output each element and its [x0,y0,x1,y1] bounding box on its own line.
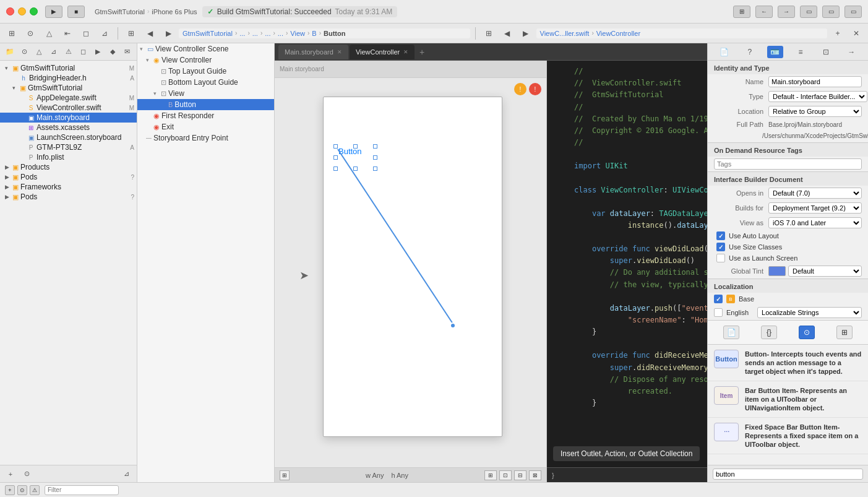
canvas-view-btn[interactable]: ⊞ [123,27,139,40]
bc-item-7[interactable]: B [312,30,316,37]
tree-item-gtmplist[interactable]: P GTM-PT3L9Z A [0,142,137,152]
storyboard-canvas[interactable]: ! ! [275,78,546,467]
layout-3-button[interactable]: ▭ [844,6,862,18]
run-button[interactable]: ▶ [45,6,62,18]
launch-screen-check-icon[interactable] [716,254,725,262]
next-btn-2[interactable]: ▶ [518,27,534,40]
tree-item-frameworks[interactable]: ▶ ▣ Frameworks [0,182,137,192]
layout-2-button[interactable]: ▭ [822,6,840,18]
nav-report-icon[interactable]: ✉ [121,46,133,58]
launch-screen-label[interactable]: Use as Launch Screen [729,254,797,262]
code-editor[interactable]: // // ViewController.swift // GtmSwiftTu… [547,61,707,467]
tree-item-viewcontroller[interactable]: S ViewController.swift M [0,103,137,113]
tree-item-gtm-group[interactable]: ▾ ▣ GtmSwiftTutorial M [0,63,137,73]
location-select[interactable]: Relative to Group [768,106,862,117]
prev-btn-2[interactable]: ◀ [499,27,515,40]
auto-layout-label[interactable]: Use Auto Layout [729,232,779,240]
base-check-icon[interactable]: ✓ [714,295,723,303]
bc-item-2[interactable]: ... [239,30,245,37]
bottom-nav-btn[interactable]: ⊙ [17,485,27,495]
tree-item-assets[interactable]: ⊞ Assets.xcassets [0,123,137,132]
builds-for-select[interactable]: Deployment Target (9.2) [768,202,862,214]
nav-icon-6[interactable]: ⊿ [97,27,113,40]
nav-icon-3[interactable]: △ [41,27,57,40]
forward-button[interactable]: → [778,6,795,18]
insp-size-btn[interactable]: ⊡ [818,46,834,58]
tree-item-pods[interactable]: ▶ ▣ Pods ? [0,172,137,182]
library-item-button[interactable]: Button Button- Intercepts touch events a… [708,345,868,381]
bc-item-6[interactable]: View [290,30,305,37]
handle-bl[interactable] [333,166,338,171]
global-tint-swatch[interactable] [768,266,786,276]
sb-layout-2[interactable]: ⊡ [499,470,512,480]
size-classes-label[interactable]: Use Size Classes [729,243,782,251]
tree-item-pods2[interactable]: ▶ ▣ Pods ? [0,192,137,202]
filter-icon[interactable]: ⊿ [119,469,133,480]
insp-identity-btn[interactable]: 🪪 [767,46,783,58]
nav-source-icon[interactable]: ⊙ [19,46,31,58]
library-search-input[interactable] [713,469,863,480]
toggle-btn[interactable]: ⊞ [481,27,497,40]
handle-tr[interactable] [373,144,377,149]
bc-item-8[interactable]: Button [324,30,345,37]
stop-button[interactable]: ■ [67,6,85,18]
scene-item-first-responder[interactable]: ◉ First Responder [137,110,274,121]
insp-attr-btn[interactable]: ≡ [793,46,809,58]
icon-btn-3[interactable]: ⊙ [799,326,815,339]
sb-layout-4[interactable]: ⊠ [529,470,541,480]
bc-item-5[interactable]: ... [278,30,283,37]
tab-sb-close[interactable]: ✕ [337,49,342,55]
tree-item-products[interactable]: ▶ ▣ Products [0,162,137,172]
tab-vc-close[interactable]: ✕ [403,49,408,55]
english-check-icon[interactable] [714,308,723,317]
tree-item-infoplist[interactable]: P Info.plist [0,152,137,162]
scene-item-vc-scene[interactable]: ▾ ▭ View Controller Scene [137,43,274,54]
rbc-item-1[interactable]: ViewC...ller.swift [540,30,590,37]
nav-icon-4[interactable]: ⇤ [59,27,75,40]
close-tab-btn[interactable]: ✕ [848,27,864,40]
icon-btn-2[interactable]: {} [761,326,777,339]
type-select[interactable]: Default - Interface Builder... [768,91,867,102]
nav-breakpoint-icon[interactable]: ◆ [106,46,119,58]
tags-input[interactable] [714,158,862,170]
maximize-button[interactable] [30,7,38,15]
minimize-button[interactable] [18,7,26,15]
nav-issue-icon[interactable]: ⚠ [62,46,75,58]
nav-icon-2[interactable]: ⊙ [22,27,38,40]
tree-item-appdelegate[interactable]: S AppDelegate.swift M [0,93,137,103]
scene-item-button[interactable]: B Button [137,99,274,110]
insp-quick-btn[interactable]: ? [742,46,758,58]
nav-icon-1[interactable]: ⊞ [4,27,20,40]
nav-folder-icon[interactable]: 📁 [4,46,16,58]
icon-btn-4[interactable]: ⊞ [836,326,853,339]
handle-br[interactable] [373,166,377,171]
handle-tm[interactable] [353,144,358,149]
bc-item-1[interactable]: GtmSwiftTutorial [183,30,233,37]
prev-btn[interactable]: ◀ [142,27,158,40]
close-button[interactable] [6,7,14,15]
scene-item-entry-point[interactable]: — Storyboard Entry Point [137,132,274,144]
sb-layout-3[interactable]: ⊟ [514,470,526,480]
tree-item-launchscreen[interactable]: ▣ LaunchScreen.storyboard [0,132,137,142]
add-tab-icon[interactable]: + [416,46,428,58]
add-file-button[interactable]: + [4,469,17,480]
sort-button[interactable]: ⊙ [20,469,33,480]
handle-ml[interactable] [333,155,338,160]
tab-viewcontroller[interactable]: ViewController ✕ [350,45,415,59]
scheme-editor-button[interactable]: ⊞ [733,6,750,18]
rbc-item-2[interactable]: ViewController [596,30,640,37]
add-tab-btn[interactable]: + [830,27,846,40]
nav-symbol-icon[interactable]: △ [33,46,45,58]
handle-tl[interactable] [333,144,338,149]
back-button[interactable]: ← [755,6,773,18]
nav-test-icon[interactable]: ◻ [77,46,89,58]
opens-in-select[interactable]: Default (7.0) [768,188,862,199]
library-item-bar-button[interactable]: Item Bar Button Item- Represents an item… [708,381,868,418]
icon-btn-1[interactable]: 📄 [723,326,739,339]
nav-icon-5[interactable]: ◻ [78,27,94,40]
insp-file-btn[interactable]: 📄 [716,46,733,58]
tree-item-gtm-group2[interactable]: ▾ ▣ GtmSwiftTutorial [0,83,137,93]
next-btn[interactable]: ▶ [160,27,176,40]
button-ui-element[interactable]: Button [336,144,364,158]
name-field[interactable] [768,76,862,87]
